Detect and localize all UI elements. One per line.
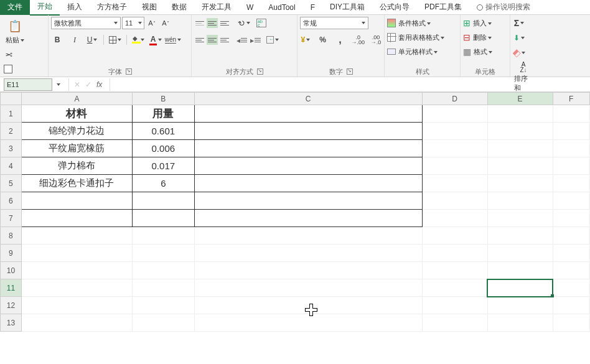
tab-view[interactable]: 视图 [134, 0, 164, 15]
align-center-button[interactable] [207, 35, 218, 45]
cell[interactable] [487, 245, 553, 262]
font-launcher[interactable] [126, 68, 132, 75]
comma-button[interactable] [335, 34, 346, 46]
name-box[interactable]: E11 [4, 78, 52, 91]
cell[interactable] [194, 157, 422, 175]
italic-button[interactable]: I [68, 34, 81, 46]
cell[interactable] [487, 314, 553, 332]
cell[interactable] [133, 227, 194, 245]
cell[interactable]: 锦纶弹力花边 [21, 123, 132, 140]
cell[interactable] [553, 157, 590, 175]
wrap-text-button[interactable]: abc [255, 17, 268, 29]
cell[interactable]: 用量 [133, 105, 194, 123]
align-bottom-button[interactable] [219, 18, 230, 28]
decrease-indent-button[interactable] [235, 34, 248, 46]
cell[interactable] [194, 105, 422, 123]
column-header[interactable]: D [422, 93, 487, 105]
align-top-button[interactable] [194, 18, 205, 28]
cell[interactable] [21, 245, 132, 262]
row-header[interactable]: 9 [1, 245, 22, 262]
percent-button[interactable] [317, 34, 329, 46]
font-color-button[interactable]: A [149, 34, 162, 46]
insert-function-button[interactable]: fx [96, 80, 102, 89]
tab-insert[interactable]: 插入 [60, 0, 90, 15]
cell[interactable] [487, 262, 553, 279]
row-header[interactable]: 3 [1, 140, 22, 157]
tab-dev[interactable]: 开发工具 [194, 0, 239, 15]
number-launcher[interactable] [347, 68, 353, 75]
increase-font-button[interactable]: A˄ [146, 17, 158, 29]
cell[interactable]: 0.017 [133, 157, 194, 175]
cell[interactable] [422, 105, 487, 123]
cell[interactable] [194, 314, 422, 332]
decrease-font-button[interactable]: A˅ [159, 17, 172, 29]
cell[interactable] [194, 297, 422, 314]
cell[interactable] [553, 175, 590, 192]
merge-button[interactable] [266, 34, 279, 46]
cell[interactable] [133, 210, 194, 227]
tab-data[interactable]: 数据 [164, 0, 194, 15]
row-header[interactable]: 12 [1, 297, 22, 314]
cell[interactable] [553, 105, 590, 123]
tab-fangfang[interactable]: 方方格子 [90, 0, 134, 15]
cell[interactable] [553, 279, 590, 297]
tab-w[interactable]: W [239, 1, 261, 14]
enter-formula-button[interactable]: ✓ [85, 80, 91, 89]
fill-button[interactable] [513, 32, 525, 44]
cell[interactable] [21, 192, 132, 210]
tab-pdf[interactable]: PDF工具集 [417, 0, 469, 15]
cell[interactable] [487, 227, 553, 245]
font-size-select[interactable]: 11 [122, 17, 144, 29]
increase-indent-button[interactable] [249, 34, 261, 46]
row-header[interactable]: 13 [1, 314, 22, 332]
cell[interactable] [21, 279, 132, 297]
tab-home[interactable]: 开始 [30, 0, 60, 16]
tab-diy[interactable]: DIY工具箱 [322, 0, 372, 15]
column-header[interactable]: E [487, 93, 553, 105]
currency-button[interactable] [300, 34, 311, 46]
tab-formula[interactable]: 公式向导 [372, 0, 417, 15]
cell[interactable] [422, 314, 487, 332]
column-header[interactable]: F [553, 93, 590, 105]
cell[interactable] [21, 314, 132, 332]
cell[interactable] [487, 297, 553, 314]
sort-filter-button[interactable]: AZ↓ 排序和 [513, 60, 534, 94]
cell[interactable] [487, 210, 553, 227]
decrease-decimal-button[interactable]: .00→.0 [370, 34, 382, 46]
cell[interactable] [553, 123, 590, 140]
bold-button[interactable]: B [51, 34, 63, 46]
cell[interactable] [553, 227, 590, 245]
row-header[interactable]: 11 [1, 279, 22, 297]
delete-cells-button[interactable]: 删除 [463, 31, 507, 44]
cell[interactable] [553, 140, 590, 157]
cell[interactable] [487, 123, 553, 140]
autosum-button[interactable] [513, 17, 525, 29]
cell[interactable] [133, 192, 194, 210]
cancel-formula-button[interactable]: ✕ [74, 80, 80, 89]
cell[interactable] [133, 314, 194, 332]
cell[interactable] [553, 210, 590, 227]
cell[interactable] [487, 157, 553, 175]
cell[interactable] [194, 210, 422, 227]
fill-color-button[interactable] [132, 34, 144, 46]
cell[interactable] [21, 227, 132, 245]
cell[interactable] [422, 140, 487, 157]
cell[interactable] [422, 123, 487, 140]
conditional-format-button[interactable]: 条件格式 [387, 17, 457, 29]
column-header[interactable]: A [21, 93, 132, 105]
cell[interactable] [133, 279, 194, 297]
borders-button[interactable] [109, 34, 121, 46]
cell[interactable] [422, 192, 487, 210]
cell[interactable] [194, 262, 422, 279]
cell[interactable] [194, 279, 422, 297]
cell[interactable] [21, 297, 132, 314]
cell[interactable] [194, 140, 422, 157]
spreadsheet-grid[interactable]: ABCDEF1材料用量2锦纶弹力花边0.6013平纹扁宽橡筋0.0064弹力棉布… [0, 92, 590, 364]
cell[interactable] [487, 192, 553, 210]
align-right-button[interactable] [219, 35, 230, 45]
cell[interactable] [422, 279, 487, 297]
cell[interactable] [553, 245, 590, 262]
cell[interactable]: 平纹扁宽橡筋 [21, 140, 132, 157]
cell[interactable] [133, 262, 194, 279]
cell[interactable] [194, 192, 422, 210]
